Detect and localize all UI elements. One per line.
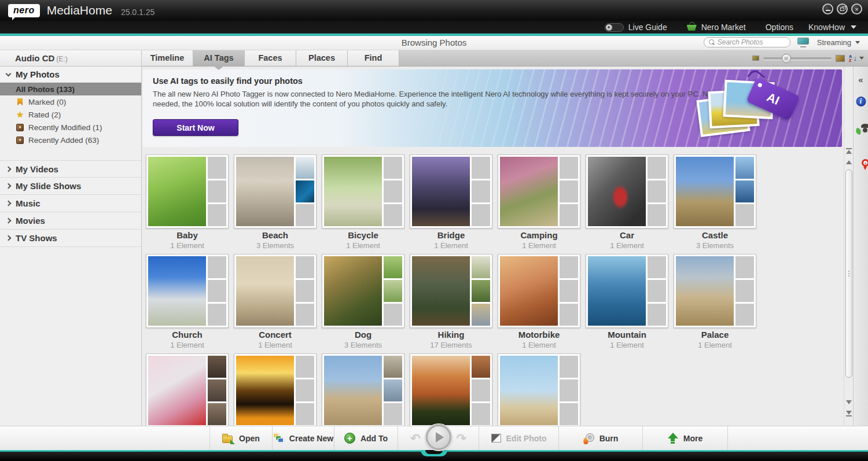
collapse-panel-button[interactable]: « xyxy=(858,75,863,85)
tile-count: 17 Elements xyxy=(410,341,492,350)
thumb-placeholder xyxy=(560,304,578,326)
ai-tag-tile-castle[interactable]: Castle 3 Elements xyxy=(674,154,756,250)
ai-tag-tile-camping[interactable]: Camping 1 Element xyxy=(498,154,580,250)
burn-button[interactable]: Burn xyxy=(558,426,642,450)
tile-card[interactable] xyxy=(586,154,668,228)
tab-find[interactable]: Find xyxy=(348,50,399,66)
more-button[interactable]: More xyxy=(642,426,728,450)
ai-tag-tile-bicycle[interactable]: Bicycle 1 Element xyxy=(322,154,404,250)
tile-card[interactable] xyxy=(498,353,580,426)
tile-card[interactable] xyxy=(322,353,404,426)
sidebar-item-recently-added-63-[interactable]: Recently Added (63) xyxy=(0,134,141,146)
ai-tag-tile-beach[interactable]: Beach 3 Elements xyxy=(234,154,317,250)
tile-card[interactable] xyxy=(674,154,756,228)
tile-card[interactable] xyxy=(146,154,229,228)
zoom-in-thumbnail-icon[interactable] xyxy=(836,55,845,62)
tile-card[interactable] xyxy=(322,254,404,328)
sidebar-item-label: Recently Modified (1) xyxy=(28,123,102,132)
knowhow-menu[interactable]: KnowHow xyxy=(808,23,856,32)
tile-card[interactable] xyxy=(234,254,317,328)
ai-tag-tile[interactable] xyxy=(234,353,317,426)
ai-tag-tile-mountain[interactable]: Mountain 1 Element xyxy=(586,254,668,350)
ai-tag-tile-baby[interactable]: Baby 1 Element xyxy=(146,154,229,250)
open-button[interactable]: Open xyxy=(209,426,272,450)
play-button[interactable] xyxy=(426,425,451,450)
thumb-photo xyxy=(384,379,402,401)
thumbnail-size-slider[interactable] xyxy=(763,57,832,60)
vertical-scrollbar[interactable] xyxy=(844,67,853,426)
add-to-button[interactable]: + Add To xyxy=(334,426,398,450)
options-button[interactable]: Options xyxy=(766,23,793,32)
ai-tag-tile-palace[interactable]: Palace 1 Element xyxy=(674,254,756,350)
tile-card[interactable] xyxy=(322,154,404,228)
search-input[interactable] xyxy=(718,38,785,46)
ai-tag-tile-dog[interactable]: Dog 3 Elements xyxy=(322,254,404,350)
restore-button[interactable] xyxy=(837,3,848,14)
tile-card[interactable] xyxy=(410,353,492,426)
start-now-button[interactable]: Start Now xyxy=(153,119,238,136)
ai-tag-tile-car[interactable]: Car 1 Element xyxy=(586,154,668,250)
sidebar-section-my-photos[interactable]: My Photos xyxy=(0,67,141,83)
rotate-left-icon[interactable]: ↶ xyxy=(410,432,421,445)
sidebar-item-all-photos-133-[interactable]: All Photos (133) xyxy=(0,83,141,95)
tab-places[interactable]: Places xyxy=(296,50,348,66)
tile-card[interactable] xyxy=(146,254,229,328)
tile-card[interactable] xyxy=(498,254,580,328)
ai-tag-tile[interactable] xyxy=(146,353,229,426)
close-button[interactable]: × xyxy=(851,3,862,14)
sidebar-section-tv-shows[interactable]: TV Shows xyxy=(0,230,141,247)
tile-card[interactable] xyxy=(674,254,756,328)
sidebar-item-audio-cd[interactable]: Audio CD(E:) xyxy=(0,50,141,67)
sidebar-item-label: Marked (0) xyxy=(28,98,66,106)
streaming-device-icon[interactable] xyxy=(797,38,810,47)
tile-card[interactable] xyxy=(410,254,492,328)
sidebar-section-music[interactable]: Music xyxy=(0,195,141,212)
restore-icon xyxy=(840,8,844,11)
sidebar-section-movies[interactable]: Movies xyxy=(0,212,141,230)
nero-market-button[interactable]: Nero Market xyxy=(687,23,746,32)
live-guide-label[interactable]: Live Guide xyxy=(628,23,667,32)
thumb-placeholder xyxy=(560,356,578,378)
tile-card[interactable] xyxy=(498,154,580,228)
tile-card[interactable] xyxy=(410,154,492,228)
sidebar-item-rated-2-[interactable]: ★Rated (2) xyxy=(0,108,141,121)
zoom-out-thumbnail-icon[interactable] xyxy=(752,56,759,61)
ai-tag-tile-bridge[interactable]: Bridge 1 Element xyxy=(410,154,492,250)
ai-tag-tile-motorbike[interactable]: Motorbike 1 Element xyxy=(498,254,580,350)
ai-tag-tile-church[interactable]: Church 1 Element xyxy=(146,254,229,350)
ai-tag-tile[interactable] xyxy=(322,353,404,426)
tab-timeline[interactable]: Timeline xyxy=(142,50,193,66)
sidebar-section-my-videos[interactable]: My Videos xyxy=(0,160,141,178)
rotate-right-icon[interactable]: ↷ xyxy=(457,432,467,445)
ai-tag-tile[interactable] xyxy=(498,353,580,426)
live-guide-toggle[interactable] xyxy=(605,23,624,32)
minimize-button[interactable] xyxy=(822,3,833,14)
tab-faces[interactable]: Faces xyxy=(245,50,296,66)
sidebar-item-marked-0-[interactable]: Marked (0) xyxy=(0,95,141,108)
tile-card[interactable] xyxy=(586,254,668,328)
streaming-menu[interactable]: Streaming xyxy=(817,38,860,47)
scroll-down-button[interactable] xyxy=(845,397,853,407)
info-button[interactable]: i xyxy=(856,97,866,106)
toggle-knob xyxy=(606,24,612,31)
open-label: Open xyxy=(239,434,260,443)
scroll-to-bottom-button[interactable] xyxy=(845,409,853,418)
tile-card[interactable] xyxy=(234,154,317,228)
tab-ai-tags[interactable]: AI Tags xyxy=(193,50,245,66)
search-box[interactable] xyxy=(704,37,790,47)
tile-card[interactable] xyxy=(234,353,317,426)
create-new-button[interactable]: Create New xyxy=(272,426,334,450)
scrollbar-thumb[interactable] xyxy=(845,169,852,378)
scroll-to-top-button[interactable] xyxy=(845,146,853,156)
scroll-up-button[interactable] xyxy=(845,157,853,167)
slider-thumb[interactable] xyxy=(782,54,791,63)
scrollbar-track[interactable] xyxy=(845,168,853,388)
ai-tag-tile-hiking[interactable]: Hiking 17 Elements xyxy=(410,254,492,350)
ai-tag-tile[interactable] xyxy=(410,353,492,426)
ai-tag-tile-concert[interactable]: Concert 1 Element xyxy=(234,254,317,350)
tile-card[interactable] xyxy=(146,353,229,426)
sidebar-section-my-slide-shows[interactable]: My Slide Shows xyxy=(0,178,141,195)
sort-button[interactable]: AZ ↓ xyxy=(849,54,864,62)
sidebar-item-recently-modified-1-[interactable]: Recently Modified (1) xyxy=(0,121,141,134)
edit-photo-button[interactable]: Edit Photo xyxy=(479,426,558,450)
